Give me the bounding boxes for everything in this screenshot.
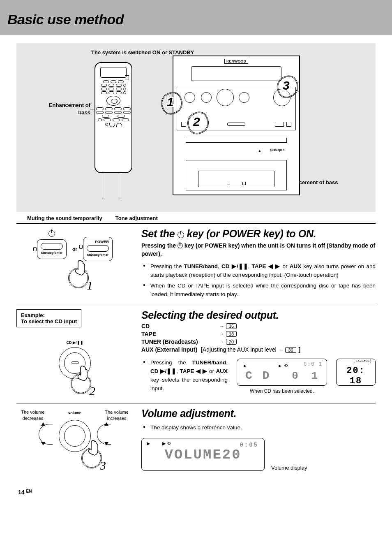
vol-increase-label: The volume increases: [100, 409, 133, 421]
callout-tone: Tone adjustment: [115, 215, 158, 221]
lcd-volume-display: ▶ ▶ ⟲ 0:05 VOLUME20: [141, 438, 265, 471]
step-badge-1: 1: [161, 93, 182, 114]
power-key-left: standby/timer: [37, 239, 67, 259]
power-icon: [178, 232, 184, 238]
eject-icon: ▲: [258, 149, 261, 153]
power-key-right: POWER standby/timer: [83, 237, 113, 261]
lcd-cd-display: ▶ ▶ ⟲ 0:0 1 C D 0 1: [237, 359, 327, 386]
vol-decrease-label: The volume decreases: [16, 409, 49, 421]
callout-power: The system is switched ON or STANDBY: [91, 49, 194, 56]
callout-bass-left: Enhancement of bass: [39, 102, 90, 116]
remote-diagram: [95, 62, 132, 173]
power-icon: [48, 230, 55, 237]
volume-display-caption: Volume display: [271, 465, 307, 471]
or-label: or: [72, 246, 77, 252]
hand-press-1: 1: [66, 265, 91, 291]
page-number: 14 EN: [0, 485, 392, 496]
power-icon: [178, 243, 183, 248]
step1-bullet-2: When the CD or TAPE input is selected wh…: [141, 282, 376, 299]
step1-bullet-1: Pressing the TUNER/band, CD ▶/❚❚, TAPE ◀…: [141, 262, 376, 280]
lcd-caption: When CD has been selected.: [237, 388, 327, 394]
step-2: Example: To select the CD input CD ▶/❚❚ …: [16, 309, 376, 400]
step-3: The volume decreases The volume increase…: [16, 408, 376, 473]
hand-press-2: 2: [68, 371, 94, 396]
step-badge-2: 2: [187, 112, 209, 134]
page-title: Basic use method: [7, 12, 392, 28]
step-badge-3: 3: [277, 76, 298, 97]
step3-heading: Volume adjustment.: [141, 408, 376, 419]
overview-diagram: The system is switched ON or STANDBY Enh…: [16, 43, 376, 212]
step-1: standby/timer or POWER standby/timer: [16, 228, 376, 301]
push-open-label: push open: [270, 148, 284, 151]
lcd-clock-display: EX.BASS 20: 18: [336, 359, 376, 386]
cd-key-label: CD ▶/❚❚: [67, 341, 83, 345]
step2-bullet: Pressing the TUNER/band, CD ▶/❚❚, TAPE ◀…: [141, 359, 228, 393]
step2-heading: Selecting the desired output.: [141, 309, 376, 321]
step1-subtitle: Pressing the key (or POWER key) when the…: [141, 241, 376, 258]
volume-label: volume: [68, 411, 81, 415]
output-table: CD→16 TAPE→18 TUNER (Broadcasts)→20 AUX …: [141, 323, 376, 353]
step1-heading: Set the key (or POWER key) to ON.: [141, 228, 376, 240]
brand-label: KENWOOD: [224, 59, 248, 64]
callout-mute: Muting the sound temporarily: [27, 215, 102, 221]
step3-bullet: The display shows a reference value.: [141, 424, 376, 432]
example-box: Example: To select the CD input: [16, 309, 81, 327]
hand-press-3: 3: [79, 445, 104, 471]
